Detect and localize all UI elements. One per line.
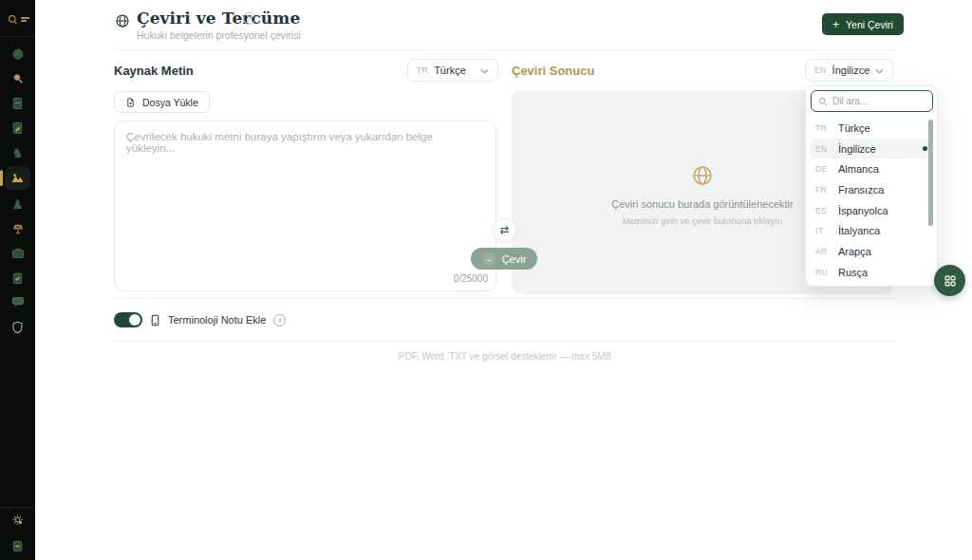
sidebar: ♞ ♟ bbox=[0, 0, 35, 560]
terminology-toggle[interactable] bbox=[114, 312, 142, 327]
page-subtitle: Hukuki belgelerin profesyonel çevirisi bbox=[137, 29, 301, 41]
sidebar-item-tasks[interactable] bbox=[6, 267, 29, 289]
settings-gear-icon bbox=[10, 513, 25, 527]
toggle-knob bbox=[129, 314, 140, 326]
language-dropdown: TR Türkçe EN İngilizce DE Almanca FR Fra… bbox=[805, 85, 938, 287]
globe-icon bbox=[691, 164, 714, 191]
grid-icon bbox=[944, 274, 957, 288]
sidebar-item-strategy[interactable]: ♞ bbox=[6, 141, 29, 163]
brain-icon bbox=[11, 47, 25, 61]
sidebar-item-search[interactable] bbox=[6, 67, 29, 89]
document-edit-icon bbox=[11, 121, 24, 135]
empty-state-title: Çeviri sonucu burada görüntülenecektir bbox=[611, 198, 793, 210]
sidebar-item-pieces[interactable]: ♟ bbox=[6, 193, 29, 215]
char-counter: 0/25000 bbox=[454, 273, 488, 284]
translation-globe-icon bbox=[115, 13, 130, 32]
language-option-ingilizce[interactable]: EN İngilizce bbox=[810, 139, 933, 159]
footer-divider bbox=[114, 341, 896, 342]
panel-bottom-divider bbox=[114, 298, 896, 299]
terminology-label: Terminoloji Notu Ekle bbox=[168, 314, 266, 326]
translate-icon bbox=[10, 172, 25, 184]
clipboard-check-icon bbox=[11, 271, 24, 285]
page-title: Çeviri ve Tercüme bbox=[137, 9, 300, 28]
sidebar-item-translation-active[interactable] bbox=[5, 166, 30, 190]
language-option-italyanca[interactable]: IT İtalyanca bbox=[806, 220, 937, 241]
language-list: TR Türkçe EN İngilizce DE Almanca FR Fra… bbox=[806, 118, 937, 283]
sidebar-item-chat[interactable] bbox=[6, 291, 29, 313]
logo-wordmark bbox=[21, 17, 29, 22]
sidebar-item-security[interactable] bbox=[6, 316, 29, 338]
shield-icon bbox=[11, 321, 24, 334]
sidebar-item-justice[interactable] bbox=[6, 217, 29, 239]
chess-knight-icon: ♞ bbox=[11, 146, 24, 159]
sidebar-divider bbox=[0, 36, 35, 37]
chat-icon bbox=[11, 296, 25, 308]
language-search-input[interactable] bbox=[832, 96, 918, 106]
help-icon[interactable]: ? bbox=[243, 12, 255, 25]
widgets-launcher-button[interactable] bbox=[934, 265, 965, 296]
arrow-right-icon: → bbox=[482, 252, 495, 266]
chess-pawn-icon: ♟ bbox=[11, 197, 24, 211]
logout-icon bbox=[11, 540, 24, 552]
plus-icon: + bbox=[832, 19, 839, 30]
translate-button[interactable]: → Çevir bbox=[471, 248, 537, 270]
sidebar-item-library[interactable] bbox=[6, 92, 29, 114]
supported-formats-note: PDF, Word, TXT ve görsel desteklenir — m… bbox=[114, 351, 896, 362]
page: ♞ ♟ bbox=[0, 0, 972, 560]
sidebar-bottom-divider bbox=[0, 507, 35, 508]
language-option-turkce[interactable]: TR Türkçe bbox=[806, 118, 937, 139]
sidebar-item-brain[interactable] bbox=[6, 43, 29, 65]
terminology-row: Terminoloji Notu Ekle i bbox=[114, 312, 286, 327]
book-icon bbox=[11, 97, 24, 110]
chevron-down-icon bbox=[480, 65, 489, 76]
header-divider bbox=[114, 49, 896, 50]
source-language-select[interactable]: TR Türkçe bbox=[407, 59, 498, 82]
chevron-down-icon bbox=[875, 65, 884, 76]
search-icon bbox=[818, 97, 828, 106]
logo-mark-icon bbox=[7, 13, 19, 26]
sidebar-nav: ♞ ♟ bbox=[0, 43, 35, 338]
target-language-select[interactable]: EN İngilizce bbox=[805, 59, 893, 82]
swap-languages-button[interactable] bbox=[493, 218, 516, 242]
dropdown-scrollbar[interactable] bbox=[928, 120, 933, 226]
briefcase-icon bbox=[11, 247, 25, 259]
language-option-fransizca[interactable]: FR Fransızca bbox=[806, 179, 937, 200]
sidebar-item-briefcase[interactable] bbox=[6, 242, 29, 264]
language-option-rusca[interactable]: RU Rusça bbox=[806, 262, 937, 283]
app-logo[interactable] bbox=[0, 8, 35, 30]
notebook-icon bbox=[150, 314, 160, 327]
language-search-box bbox=[811, 90, 933, 112]
result-panel-title: Çeviri Sonucu bbox=[512, 64, 594, 78]
search-icon bbox=[11, 72, 25, 85]
upload-file-button[interactable]: Dosya Yükle bbox=[114, 91, 210, 113]
info-icon[interactable]: i bbox=[273, 314, 286, 327]
source-text-container: 0/25000 bbox=[114, 121, 496, 291]
new-translation-button[interactable]: + Yeni Çeviri bbox=[822, 13, 904, 35]
empty-state-subtitle: Metninizi girin ve çevir butonuna tıklay… bbox=[623, 215, 782, 226]
language-option-almanca[interactable]: DE Almanca bbox=[806, 159, 937, 179]
swap-icon bbox=[498, 224, 511, 236]
language-option-ispanyolca[interactable]: ES İspanyolca bbox=[806, 200, 937, 221]
sidebar-item-logout[interactable] bbox=[0, 540, 35, 552]
source-panel-title: Kaynak Metin bbox=[114, 64, 194, 78]
scales-icon bbox=[11, 222, 25, 235]
sidebar-item-document-edit[interactable] bbox=[6, 117, 29, 139]
file-plus-icon bbox=[125, 97, 136, 108]
source-text-input[interactable] bbox=[114, 121, 496, 291]
selected-dot-icon bbox=[923, 146, 927, 151]
sidebar-item-settings[interactable] bbox=[0, 513, 35, 527]
language-option-arapca[interactable]: AR Arapça bbox=[806, 241, 937, 262]
